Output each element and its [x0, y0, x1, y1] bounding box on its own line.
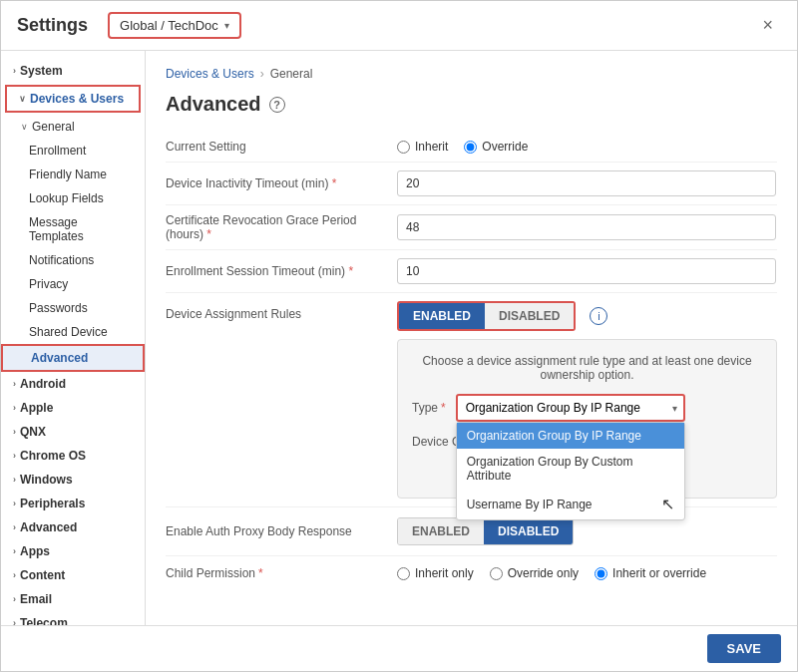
chevron-right-icon5: ›	[13, 451, 16, 461]
sidebar-item-system-label: System	[20, 64, 63, 78]
type-dropdown[interactable]: Organization Group By IP Range Organizat…	[456, 394, 685, 422]
device-assignment-control: ENABLED DISABLED i Choose a device assig…	[397, 301, 777, 499]
sidebar-item-advanced[interactable]: Advanced	[1, 344, 145, 372]
dropdown-option-custom-attr[interactable]: Organization Group By Custom Attribute	[457, 449, 684, 489]
save-button[interactable]: SAVE	[707, 634, 781, 663]
enrollment-session-label: Enrollment Session Timeout (min) *	[166, 264, 385, 278]
org-selector-label: Global / TechDoc	[120, 18, 218, 33]
sidebar: › System ∨ Devices & Users ∨ General Enr…	[1, 51, 146, 625]
modal-body: › System ∨ Devices & Users ∨ General Enr…	[1, 51, 797, 625]
sidebar-item-general[interactable]: ∨ General	[1, 115, 145, 139]
sidebar-item-privacy[interactable]: Privacy	[1, 272, 145, 296]
main-content: Devices & Users › General Advanced ? Cur…	[146, 51, 797, 625]
sidebar-item-android[interactable]: › Android	[1, 372, 145, 396]
enrollment-session-input[interactable]	[397, 258, 776, 284]
sidebar-general-label: General	[32, 120, 75, 134]
sidebar-item-email[interactable]: › Email	[1, 587, 145, 611]
dropdown-option-username-ip[interactable]: Username By IP Range ↖	[457, 489, 684, 519]
type-row: Type * Organization Group By IP Range Or…	[412, 394, 762, 422]
sidebar-item-chrome-os[interactable]: › Chrome OS	[1, 444, 145, 468]
type-label: Type *	[412, 401, 446, 415]
override-radio[interactable]	[464, 141, 477, 154]
auth-proxy-enabled-btn[interactable]: ENABLED	[398, 518, 484, 544]
device-inactivity-row: Device Inactivity Timeout (min) *	[166, 163, 777, 205]
sidebar-item-message-templates[interactable]: Message Templates	[1, 210, 145, 248]
type-dropdown-wrapper: Organization Group By IP Range Organizat…	[456, 394, 685, 422]
breadcrumb-general: General	[270, 67, 313, 81]
modal-title: Settings	[17, 15, 88, 36]
required-star2: *	[206, 227, 211, 241]
breadcrumb-separator: ›	[260, 67, 264, 81]
chevron-right-icon12: ›	[13, 618, 16, 625]
form-section: Current Setting Inherit Override	[166, 132, 777, 590]
inherit-or-override-radio[interactable]	[595, 567, 607, 580]
enrollment-session-control	[397, 258, 777, 284]
page-title: Advanced	[166, 93, 261, 116]
device-inactivity-control	[397, 170, 777, 196]
cert-revocation-control	[397, 214, 777, 240]
inherit-label: Inherit	[415, 140, 448, 154]
assignment-disabled-btn[interactable]: DISABLED	[485, 303, 574, 329]
sidebar-item-telecom[interactable]: › Telecom	[1, 611, 145, 625]
page-title-row: Advanced ?	[166, 93, 777, 116]
sidebar-item-devices-users[interactable]: ∨ Devices & Users	[5, 85, 141, 113]
chevron-right-icon7: ›	[13, 499, 16, 508]
auth-proxy-disabled-btn[interactable]: DISABLED	[484, 518, 573, 544]
breadcrumb: Devices & Users › General	[166, 67, 777, 81]
device-inactivity-input[interactable]	[397, 170, 776, 196]
sidebar-item-enrollment[interactable]: Enrollment	[1, 139, 145, 163]
info-icon[interactable]: i	[590, 307, 607, 325]
current-setting-row: Current Setting Inherit Override	[166, 132, 777, 163]
override-label: Override	[482, 140, 528, 154]
username-by-ip-label: Username By IP Range	[467, 498, 593, 511]
chevron-right-icon10: ›	[13, 570, 16, 580]
sidebar-item-windows[interactable]: › Windows	[1, 468, 145, 492]
inherit-or-override-label: Inherit or override	[612, 566, 706, 580]
inherit-option[interactable]: Inherit	[397, 140, 448, 154]
inherit-only-radio[interactable]	[397, 567, 410, 580]
sidebar-item-qnx[interactable]: › QNX	[1, 420, 145, 444]
sidebar-item-content[interactable]: › Content	[1, 563, 145, 587]
assignment-box-title: Choose a device assignment rule type and…	[412, 354, 762, 382]
chevron-down-icon2: ∨	[19, 94, 26, 104]
assignment-enabled-btn[interactable]: ENABLED	[399, 303, 485, 329]
chevron-down-icon: ▾	[224, 20, 229, 31]
override-only-option[interactable]: Override only	[490, 566, 579, 580]
sidebar-item-shared-device[interactable]: Shared Device	[1, 320, 145, 344]
cert-revocation-label: Certificate Revocation Grace Period (hou…	[166, 213, 385, 241]
dropdown-option-ip-range[interactable]: Organization Group By IP Range	[457, 423, 684, 449]
override-only-radio[interactable]	[490, 567, 503, 580]
sidebar-item-passwords[interactable]: Passwords	[1, 296, 145, 320]
chevron-right-icon4: ›	[13, 427, 16, 437]
child-required-star: *	[258, 566, 263, 580]
type-dropdown-menu: Organization Group By IP Range Organizat…	[456, 422, 685, 520]
cert-revocation-row: Certificate Revocation Grace Period (hou…	[166, 205, 777, 250]
close-button[interactable]: ×	[754, 11, 781, 40]
chevron-right-icon9: ›	[13, 546, 16, 556]
sidebar-item-lookup-fields[interactable]: Lookup Fields	[1, 186, 145, 210]
breadcrumb-devices-users[interactable]: Devices & Users	[166, 67, 254, 81]
cert-revocation-input[interactable]	[397, 214, 776, 240]
override-only-label: Override only	[508, 566, 579, 580]
sidebar-item-system[interactable]: › System	[1, 59, 145, 83]
modal-header: Settings Global / TechDoc ▾ ×	[1, 1, 797, 51]
org-selector[interactable]: Global / TechDoc ▾	[108, 12, 241, 39]
inherit-radio[interactable]	[397, 141, 410, 154]
chevron-right-icon6: ›	[13, 475, 16, 485]
modal-footer: SAVE	[1, 625, 797, 671]
required-star3: *	[348, 264, 353, 278]
chevron-right-icon11: ›	[13, 594, 16, 604]
sidebar-item-advanced2[interactable]: › Advanced	[1, 515, 145, 539]
auth-proxy-toggle: ENABLED DISABLED	[397, 517, 574, 545]
cursor-icon: ↖	[661, 495, 674, 513]
help-icon[interactable]: ?	[269, 97, 285, 113]
inherit-only-option[interactable]: Inherit only	[397, 566, 474, 580]
sidebar-item-peripherals[interactable]: › Peripherals	[1, 492, 145, 515]
inherit-or-override-option[interactable]: Inherit or override	[595, 566, 706, 580]
sidebar-item-notifications[interactable]: Notifications	[1, 248, 145, 272]
override-option[interactable]: Override	[464, 140, 528, 154]
chevron-right-icon8: ›	[13, 522, 16, 532]
sidebar-item-apple[interactable]: › Apple	[1, 396, 145, 420]
sidebar-item-apps[interactable]: › Apps	[1, 539, 145, 563]
sidebar-item-friendly-name[interactable]: Friendly Name	[1, 163, 145, 186]
